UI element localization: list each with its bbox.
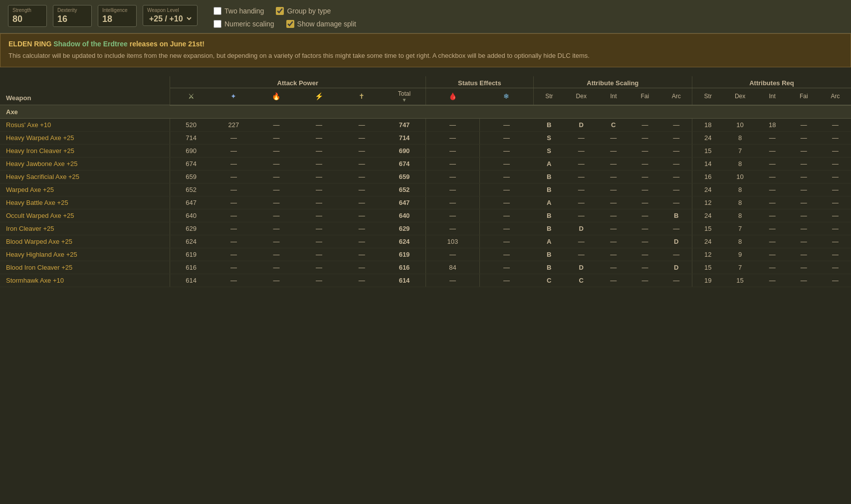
req-fai-cell: — [788, 131, 820, 144]
weapon-name-cell[interactable]: Occult Warped Axe +25 [0, 209, 170, 222]
cell: 714 [170, 131, 213, 144]
show-damage-split-checkbox[interactable] [286, 20, 294, 28]
cell: — [479, 131, 533, 144]
group-by-type-checkbox-item[interactable]: Group by type [276, 7, 331, 15]
table-row[interactable]: Stormhawk Axe +10614————614——CC———1915——… [0, 274, 851, 287]
weapon-name-cell[interactable]: Iron Cleaver +25 [0, 222, 170, 235]
cell: — [213, 222, 255, 235]
weapon-name-cell[interactable]: Blood Warped Axe +25 [0, 235, 170, 248]
table-row[interactable]: Warped Axe +25652————652——B————248——— [0, 183, 851, 196]
table-row[interactable]: Heavy Highland Axe +25619————619——B————1… [0, 248, 851, 261]
sc-int-cell: — [598, 222, 629, 235]
req-str-cell: 24 [692, 131, 723, 144]
req-fai-cell: — [788, 157, 820, 170]
sc-fai-cell: — [629, 183, 660, 196]
sc-fai-cell: — [629, 209, 660, 222]
req-dex-cell: 10 [724, 118, 757, 131]
table-row[interactable]: Heavy Jawbone Axe +25674————674——A————14… [0, 157, 851, 170]
two-handing-checkbox[interactable] [213, 7, 221, 15]
header-group-row: Weapon Attack Power Status Effects Attri… [0, 76, 851, 88]
table-row[interactable]: Iron Cleaver +25629————629——BD———157——— [0, 222, 851, 235]
req-dex-cell: 7 [724, 144, 757, 157]
group-by-type-checkbox[interactable] [276, 7, 284, 15]
cell: — [255, 261, 298, 274]
sc-str-cell: B [533, 209, 565, 222]
req-arc-cell: — [820, 209, 851, 222]
numeric-scaling-checkbox-item[interactable]: Numeric scaling [213, 20, 274, 28]
top-controls: Strength Dexterity Intelligence Weapon L… [0, 0, 851, 33]
sc-arc-cell: D [660, 261, 692, 274]
weapon-name-cell[interactable]: Heavy Sacrificial Axe +25 [0, 170, 170, 183]
weapon-name-cell[interactable]: Heavy Battle Axe +25 [0, 196, 170, 209]
req-str-cell: 14 [692, 157, 723, 170]
dexterity-input[interactable] [57, 14, 87, 24]
sc-int-cell: — [598, 261, 629, 274]
weapon-level-select[interactable]: +25 / +10 +24 / +9 +20 / +8 +15 / +6 +10… [147, 14, 193, 23]
cell: — [426, 248, 480, 261]
req-dex-cell: 7 [724, 222, 757, 235]
checkbox-row-2: Numeric scaling Show damage split [213, 20, 356, 28]
cell: 103 [426, 235, 480, 248]
table-row[interactable]: Heavy Sacrificial Axe +25659————659——B——… [0, 170, 851, 183]
req-arc-cell: — [820, 274, 851, 287]
req-fai-cell: — [788, 222, 820, 235]
two-handing-checkbox-item[interactable]: Two handing [213, 7, 264, 15]
total-cell: 616 [383, 261, 426, 274]
weapon-name-cell[interactable]: Rosus' Axe +10 [0, 118, 170, 131]
cell: 652 [170, 183, 213, 196]
cell: — [340, 248, 383, 261]
req-int-cell: — [757, 144, 788, 157]
intelligence-input[interactable] [102, 14, 132, 24]
table-row[interactable]: Heavy Iron Cleaver +25690————690——S————1… [0, 144, 851, 157]
req-int-cell: — [757, 261, 788, 274]
show-damage-split-checkbox-item[interactable]: Show damage split [286, 20, 356, 28]
req-dex-cell: 8 [724, 131, 757, 144]
total-header[interactable]: Total ▼ [383, 88, 426, 105]
weapon-name-cell[interactable]: Warped Axe +25 [0, 183, 170, 196]
sc-dex-cell: — [565, 157, 598, 170]
req-dex-cell: 8 [724, 209, 757, 222]
table-row[interactable]: Heavy Battle Axe +25647————647——A————128… [0, 196, 851, 209]
cell: 84 [426, 261, 480, 274]
sc-dex-cell: — [565, 131, 598, 144]
sc-str-cell: B [533, 170, 565, 183]
sc-fai-cell: — [629, 131, 660, 144]
table-row[interactable]: Occult Warped Axe +25640————640——B———B24… [0, 209, 851, 222]
total-cell: 629 [383, 222, 426, 235]
banner-title-link[interactable]: Shadow of the Erdtree [53, 40, 128, 48]
strength-box: Strength [8, 5, 47, 27]
req-int-cell: — [757, 222, 788, 235]
table-row[interactable]: Blood Iron Cleaver +25616————61684—BD——D… [0, 261, 851, 274]
show-damage-split-label: Show damage split [297, 20, 356, 28]
sc-arc-cell: B [660, 209, 692, 222]
weapon-name-cell[interactable]: Blood Iron Cleaver +25 [0, 261, 170, 274]
req-arc-cell: — [820, 235, 851, 248]
cell: — [213, 157, 255, 170]
weapon-name-cell[interactable]: Heavy Iron Cleaver +25 [0, 144, 170, 157]
two-handing-label: Two handing [224, 7, 264, 15]
numeric-scaling-checkbox[interactable] [213, 20, 221, 28]
req-int-cell: — [757, 183, 788, 196]
table-row[interactable]: Rosus' Axe +10520227———747——BDC——181018—… [0, 118, 851, 131]
banner-title-prefix: ELDEN RING [8, 40, 53, 48]
cell: 674 [170, 157, 213, 170]
sc-str-cell: B [533, 261, 565, 274]
sc-int-cell: — [598, 131, 629, 144]
req-str-cell: 24 [692, 209, 723, 222]
weapon-name-cell[interactable]: Stormhawk Axe +10 [0, 274, 170, 287]
table-row[interactable]: Blood Warped Axe +25624————624103—A———D2… [0, 235, 851, 248]
numeric-scaling-label: Numeric scaling [224, 20, 274, 28]
sc-str-cell: B [533, 183, 565, 196]
table-row[interactable]: Heavy Warped Axe +25714————714——S————248… [0, 131, 851, 144]
weapon-name-cell[interactable]: Heavy Highland Axe +25 [0, 248, 170, 261]
req-dex-cell: 15 [724, 274, 757, 287]
req-fai-cell: — [788, 196, 820, 209]
cell: — [255, 183, 298, 196]
sc-dex-cell: — [565, 196, 598, 209]
req-fai-cell: — [788, 183, 820, 196]
sc-fai-cell: — [629, 248, 660, 261]
req-int-cell: — [757, 235, 788, 248]
weapon-name-cell[interactable]: Heavy Warped Axe +25 [0, 131, 170, 144]
strength-input[interactable] [12, 14, 42, 24]
weapon-name-cell[interactable]: Heavy Jawbone Axe +25 [0, 157, 170, 170]
